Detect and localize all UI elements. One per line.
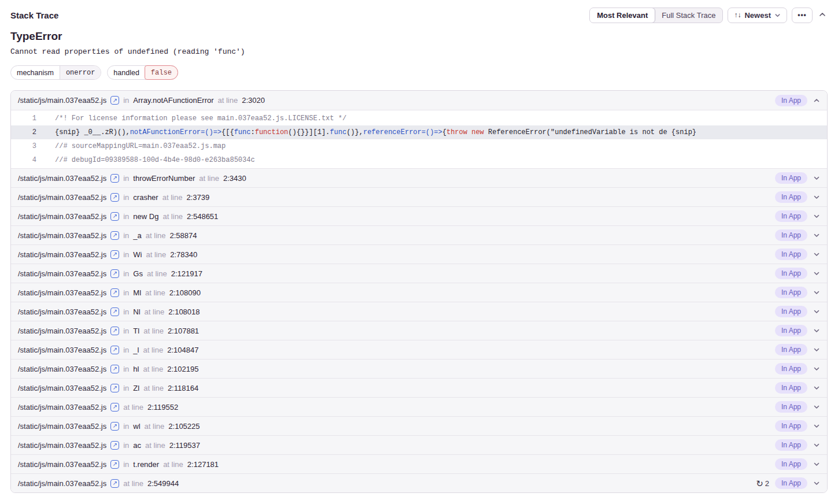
external-link-icon[interactable]: ↗ xyxy=(110,212,119,221)
code-line: 1/*! For license information please see … xyxy=(11,112,827,125)
chevron-down-icon[interactable] xyxy=(813,461,820,468)
chevron-down-icon[interactable] xyxy=(813,289,820,296)
chevron-down-icon[interactable] xyxy=(813,194,820,201)
frame-atline-label: at line xyxy=(143,365,163,373)
view-toggle: Most Relevant Full Stack Trace xyxy=(589,8,723,23)
external-link-icon[interactable]: ↗ xyxy=(110,384,119,392)
frame-filename: /static/js/main.037eaa52.js xyxy=(18,193,106,202)
frame-atline-label: at line xyxy=(145,288,165,297)
external-link-icon[interactable]: ↗ xyxy=(110,250,119,259)
in-app-badge: In App xyxy=(775,477,807,489)
sort-newest-button[interactable]: ↑↓ Newest xyxy=(728,8,787,23)
frame-row[interactable]: /static/js/main.037eaa52.js ↗ in _a at l… xyxy=(11,225,827,244)
frame-filename: /static/js/main.037eaa52.js xyxy=(18,346,106,354)
frame-row[interactable]: /static/js/main.037eaa52.js ↗ at line 2:… xyxy=(11,397,827,416)
frame-lineno: 2:119537 xyxy=(169,441,200,450)
frame-row[interactable]: /static/js/main.037eaa52.js ↗ in _l at l… xyxy=(11,340,827,359)
chevron-down-icon[interactable] xyxy=(813,232,820,239)
chevron-down-icon[interactable] xyxy=(813,346,820,353)
frame-filename: /static/js/main.037eaa52.js xyxy=(18,96,106,105)
toggle-full-stack-trace[interactable]: Full Stack Trace xyxy=(655,8,722,23)
more-options-button[interactable]: ••• xyxy=(792,8,813,23)
frame-row[interactable]: /static/js/main.037eaa52.js ↗ in Ml at l… xyxy=(11,283,827,302)
frame-row[interactable]: /static/js/main.037eaa52.js ↗ in crasher… xyxy=(11,187,827,206)
external-link-icon[interactable]: ↗ xyxy=(110,365,119,373)
external-link-icon[interactable]: ↗ xyxy=(110,460,119,469)
frame-row[interactable]: /static/js/main.037eaa52.js ↗ in Gs at l… xyxy=(11,264,827,283)
frame-row[interactable]: /static/js/main.037eaa52.js ↗ in hl at l… xyxy=(11,359,827,378)
frame-in-label: in xyxy=(123,231,129,240)
chevron-down-icon[interactable] xyxy=(813,423,820,429)
frame-function: _a xyxy=(133,231,141,240)
external-link-icon[interactable]: ↗ xyxy=(110,174,119,183)
chevron-down-icon[interactable] xyxy=(813,175,820,181)
in-app-badge: In App xyxy=(775,249,807,260)
tag-value-danger: false xyxy=(145,65,178,80)
frame-filename: /static/js/main.037eaa52.js xyxy=(18,479,106,488)
frame-atline-label: at line xyxy=(163,460,183,469)
chevron-down-icon[interactable] xyxy=(813,365,820,372)
in-app-badge: In App xyxy=(775,306,807,317)
tags-row: mechanism onerror handled false xyxy=(10,65,828,80)
external-link-icon[interactable]: ↗ xyxy=(110,403,119,412)
tag-mechanism[interactable]: mechanism onerror xyxy=(10,65,101,80)
tag-handled[interactable]: handled false xyxy=(107,65,178,80)
frame-row[interactable]: /static/js/main.037eaa52.js ↗ in Nl at l… xyxy=(11,302,827,321)
external-link-icon[interactable]: ↗ xyxy=(110,479,119,488)
frame-function: Nl xyxy=(133,307,140,316)
frame-filename: /static/js/main.037eaa52.js xyxy=(18,460,106,469)
external-link-icon[interactable]: ↗ xyxy=(110,288,119,297)
frame-atline-label: at line xyxy=(146,231,166,240)
sort-label: Newest xyxy=(744,11,771,20)
frame-lineno: 2:119552 xyxy=(147,403,178,412)
frame-row[interactable]: /static/js/main.037eaa52.js ↗ in throwEr… xyxy=(11,168,827,187)
frame-lineno: 2:3739 xyxy=(186,193,209,202)
in-app-badge: In App xyxy=(775,287,807,298)
chevron-down-icon[interactable] xyxy=(813,384,820,391)
frame-filename: /static/js/main.037eaa52.js xyxy=(18,384,106,392)
chevron-down-icon[interactable] xyxy=(813,270,820,277)
frame-row[interactable]: /static/js/main.037eaa52.js ↗ in wl at l… xyxy=(11,416,827,435)
external-link-icon[interactable]: ↗ xyxy=(110,327,119,335)
external-link-icon[interactable]: ↗ xyxy=(110,231,119,240)
external-link-icon[interactable]: ↗ xyxy=(110,346,119,354)
chevron-down-icon[interactable] xyxy=(813,251,820,258)
code-line: 4//# debugId=09389588-100d-4b4e-98d0-e26… xyxy=(11,153,827,167)
chevron-down-icon[interactable] xyxy=(813,403,820,410)
chevron-up-icon[interactable] xyxy=(813,97,820,104)
external-link-icon[interactable]: ↗ xyxy=(110,422,119,431)
frame-filename: /static/js/main.037eaa52.js xyxy=(18,403,106,412)
frame-row[interactable]: /static/js/main.037eaa52.js ↗ in t.rende… xyxy=(11,454,827,473)
frame-row[interactable]: /static/js/main.037eaa52.js ↗ in Tl at l… xyxy=(11,321,827,340)
frame-atline-label: at line xyxy=(147,269,167,278)
frame-filename: /static/js/main.037eaa52.js xyxy=(18,250,106,259)
collapse-section-button[interactable] xyxy=(817,8,828,23)
frame-row[interactable]: /static/js/main.037eaa52.js ↗ in new Dg … xyxy=(11,206,827,225)
external-link-icon[interactable]: ↗ xyxy=(110,193,119,202)
chevron-down-icon[interactable] xyxy=(813,480,820,487)
frame-row[interactable]: /static/js/main.037eaa52.js ↗ in ac at l… xyxy=(11,435,827,454)
frame-in-label: in xyxy=(123,269,129,278)
frame-filename: /static/js/main.037eaa52.js xyxy=(18,327,106,335)
external-link-icon[interactable]: ↗ xyxy=(110,269,119,278)
in-app-badge: In App xyxy=(775,95,807,106)
chevron-down-icon[interactable] xyxy=(813,327,820,334)
frame-row[interactable]: /static/js/main.037eaa52.js ↗ at line 2:… xyxy=(11,473,827,492)
frame-lineno: 2:549944 xyxy=(147,479,179,488)
toggle-most-relevant[interactable]: Most Relevant xyxy=(589,8,655,23)
frame-in-label: in xyxy=(123,327,129,335)
frame-row[interactable]: /static/js/main.037eaa52.js ↗ in Zl at l… xyxy=(11,378,827,397)
external-link-icon[interactable]: ↗ xyxy=(110,441,119,450)
external-link-icon[interactable]: ↗ xyxy=(110,96,119,105)
chevron-down-icon[interactable] xyxy=(813,213,820,220)
frame-atline-label: at line xyxy=(143,327,164,335)
frame-row[interactable]: /static/js/main.037eaa52.js ↗ in Wi at l… xyxy=(11,244,827,264)
chevron-down-icon[interactable] xyxy=(813,308,820,315)
frame-row-expanded[interactable]: /static/js/main.037eaa52.js ↗ in Array.n… xyxy=(11,91,827,110)
chevron-down-icon[interactable] xyxy=(813,442,820,449)
frame-atline-label: at line xyxy=(146,250,167,259)
frame-atline-label: at line xyxy=(123,403,143,412)
external-link-icon[interactable]: ↗ xyxy=(110,307,119,316)
sort-arrows-icon: ↑↓ xyxy=(734,11,741,19)
frame-lineno: 2:3020 xyxy=(242,96,265,105)
